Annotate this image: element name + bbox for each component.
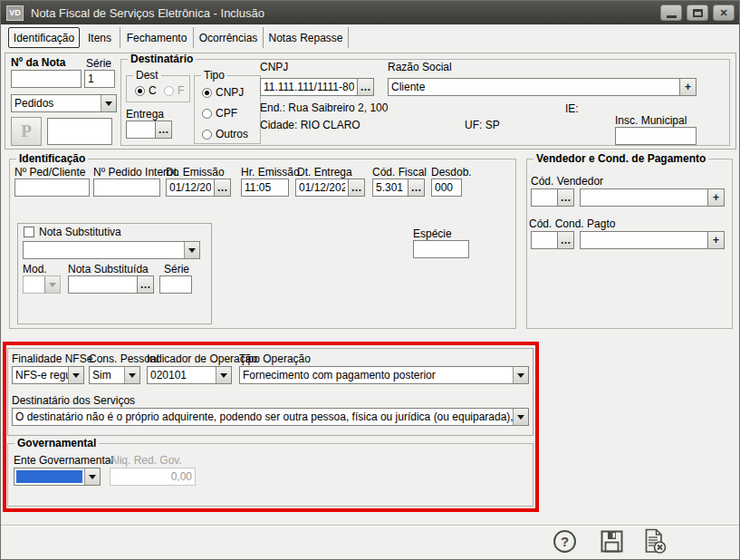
plus-icon: + — [713, 234, 719, 246]
tipo-operacao-label: Tipo Operação — [239, 353, 311, 365]
ped-cliente-label: Nº Ped/Cliente — [14, 167, 85, 179]
dt-entrega-field: … — [295, 179, 365, 197]
mod-select[interactable] — [23, 275, 61, 294]
serie-input[interactable] — [84, 70, 115, 88]
cod-vendedor-input[interactable] — [531, 188, 557, 207]
especie-label: Espécie — [413, 228, 452, 240]
maximize-button[interactable] — [687, 5, 708, 21]
especie-input[interactable] — [413, 240, 469, 258]
cod-cond-pagto-lookup-button[interactable]: … — [557, 231, 574, 249]
tab-identificacao[interactable]: Identificação — [8, 27, 80, 48]
dest-title: Dest — [133, 70, 161, 82]
dt-emissao-input[interactable] — [166, 179, 214, 197]
tab-ocorrencias[interactable]: Ocorrências — [194, 27, 264, 48]
close-button[interactable]: ✕ — [713, 5, 735, 21]
insc-municipal-input[interactable] — [615, 127, 697, 145]
cons-pessoal-select[interactable]: Sim — [89, 366, 140, 384]
dt-entrega-input[interactable] — [295, 179, 348, 197]
nota-substituida-lookup-button[interactable]: … — [137, 275, 154, 294]
dropdown-arrow-icon[interactable] — [513, 409, 528, 425]
tab-notas-repasse[interactable]: Notas Repasse — [264, 27, 349, 48]
cod-fiscal-input[interactable] — [372, 179, 408, 197]
razao-social-add-button[interactable]: + — [679, 78, 697, 96]
entrega-lookup-button[interactable]: … — [155, 121, 172, 139]
dt-emissao-field: … — [166, 179, 231, 197]
window-title: Nota Fiscal de Serviços Eletrônica - Inc… — [31, 6, 264, 20]
cnpj-input[interactable] — [260, 78, 357, 96]
entrega-input[interactable] — [126, 121, 155, 139]
tipo-outros-radio[interactable]: Outros — [202, 128, 248, 140]
cod-fiscal-label: Cód. Fiscal — [372, 167, 427, 179]
tab-itens[interactable]: Itens — [80, 27, 120, 48]
radio-selected-icon — [202, 88, 212, 98]
serie-label: Série — [86, 58, 111, 70]
cond-pagto-add-button[interactable]: + — [707, 231, 725, 249]
vendedor-add-button[interactable]: + — [707, 188, 725, 207]
dropdown-arrow-icon[interactable] — [84, 468, 100, 485]
finalidade-nfse-label: Finalidade NFSe — [12, 353, 92, 365]
tab-fechamento[interactable]: Fechamento — [120, 27, 194, 48]
pedidos-select[interactable]: Pedidos — [11, 94, 117, 112]
entrega-label: Entrega — [126, 109, 164, 121]
window-titlebar[interactable]: VD Nota Fiscal de Serviços Eletrônica - … — [1, 1, 739, 24]
tipo-cpf-radio[interactable]: CPF — [202, 107, 237, 120]
plus-icon: + — [685, 81, 691, 93]
app-icon: VD — [6, 5, 24, 21]
ente-governamental-label: Ente Governamental — [14, 455, 113, 467]
destinatario-servicos-label: Destinatário dos Serviços — [12, 395, 135, 407]
dt-emissao-label: Dt. Emissão — [166, 167, 225, 179]
tipo-cnpj-radio[interactable]: CNPJ — [202, 86, 244, 99]
desdob-input[interactable] — [431, 179, 462, 197]
cnpj-field: … — [260, 78, 374, 96]
dropdown-arrow-icon[interactable] — [513, 367, 528, 383]
ie-text: IE: — [565, 103, 579, 115]
cod-cond-pagto-input[interactable] — [531, 231, 557, 249]
pedido-interno-input[interactable] — [93, 179, 160, 197]
governamental-title: Governamental — [14, 438, 99, 449]
serie-substituida-input[interactable] — [159, 275, 192, 294]
insc-municipal-label: Insc. Municipal — [615, 115, 687, 127]
cod-fiscal-lookup-button[interactable]: … — [408, 179, 425, 197]
vendedor-title: Vendedor e Cond. de Pagamento — [533, 153, 708, 165]
hr-emissao-input[interactable] — [241, 179, 289, 197]
save-button[interactable] — [599, 529, 625, 555]
p-button[interactable]: P — [11, 117, 42, 146]
nota-substitutiva-select[interactable] — [23, 241, 200, 259]
ellipsis-icon: … — [217, 181, 228, 194]
razao-social-field: + — [388, 78, 697, 96]
uf-text: UF: SP — [465, 120, 500, 131]
indicador-operacao-select[interactable]: 020101 — [147, 366, 232, 384]
cancel-button[interactable] — [639, 528, 668, 556]
ellipsis-icon: … — [351, 181, 362, 194]
minimize-button[interactable] — [660, 5, 682, 21]
cnpj-lookup-button[interactable]: … — [357, 78, 374, 96]
nota-substitutiva-checkbox[interactable] — [24, 227, 34, 237]
ellipsis-icon: … — [159, 123, 169, 136]
ped-cliente-input[interactable] — [14, 179, 90, 197]
razao-social-input[interactable] — [388, 78, 679, 96]
pedido-aux-input[interactable] — [47, 118, 112, 145]
plus-icon: + — [713, 191, 719, 204]
dest-c-radio[interactable]: C — [135, 84, 157, 97]
dropdown-arrow-icon[interactable] — [68, 367, 83, 383]
cond-pagto-nome-input[interactable] — [580, 231, 707, 249]
cnpj-label: CNPJ — [260, 62, 288, 73]
nota-substituida-input[interactable] — [68, 275, 137, 294]
destinatario-servicos-select[interactable]: O destinatário não é o próprio adquirent… — [12, 408, 529, 426]
help-button[interactable]: ? — [553, 530, 576, 553]
dt-emissao-calendar-button[interactable]: … — [214, 179, 231, 197]
dropdown-arrow-icon[interactable] — [216, 367, 231, 383]
dt-entrega-calendar-button[interactable]: … — [348, 179, 365, 197]
cancel-document-icon — [639, 528, 668, 555]
nota-number-input[interactable] — [11, 70, 82, 88]
vendedor-nome-input[interactable] — [580, 188, 707, 207]
dest-f-radio[interactable]: F — [164, 84, 184, 97]
dropdown-arrow-icon[interactable] — [124, 367, 139, 383]
cod-vendedor-lookup-button[interactable]: … — [557, 188, 574, 207]
ellipsis-icon: … — [561, 191, 572, 204]
ente-governamental-select[interactable] — [14, 468, 101, 486]
dropdown-arrow-icon[interactable] — [184, 242, 199, 258]
finalidade-nfse-select[interactable]: NFS-e regular — [12, 366, 84, 384]
dropdown-arrow-icon[interactable] — [101, 95, 116, 111]
tipo-operacao-select[interactable]: Fornecimento com pagamento posterior — [239, 366, 529, 384]
